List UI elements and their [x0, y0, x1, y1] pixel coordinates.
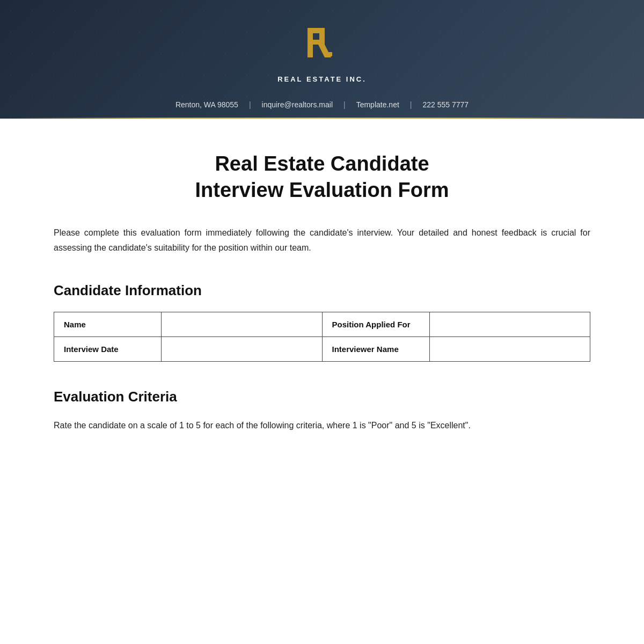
contact-bar: Renton, WA 98055 | inquire@realtors.mail… [11, 92, 633, 109]
gold-divider [11, 118, 633, 119]
logo-container: REAL ESTATE INC. [11, 21, 633, 83]
separator-3: | [410, 100, 412, 109]
evaluation-criteria-heading: Evaluation Criteria [54, 389, 590, 405]
intro-paragraph: Please complete this evaluation form imm… [54, 225, 590, 255]
address-text: Renton, WA 98055 [175, 100, 238, 109]
interviewer-name-label: Interviewer Name [322, 336, 429, 361]
evaluation-description: Rate the candidate on a scale of 1 to 5 … [54, 418, 590, 433]
evaluation-criteria-section: Evaluation Criteria Rate the candidate o… [54, 389, 590, 433]
interview-date-value[interactable] [162, 336, 323, 361]
name-label: Name [54, 312, 162, 336]
phone-text: 222 555 7777 [422, 100, 469, 109]
website-text: Template.net [356, 100, 399, 109]
interviewer-name-value[interactable] [429, 336, 590, 361]
interview-date-label: Interview Date [54, 336, 162, 361]
page-header: REAL ESTATE INC. Renton, WA 98055 | inqu… [0, 0, 644, 119]
company-name-text: REAL ESTATE INC. [277, 75, 367, 83]
candidate-information-heading: Candidate Information [54, 282, 590, 299]
position-label: Position Applied For [322, 312, 429, 336]
candidate-info-table: Name Position Applied For Interview Date… [54, 312, 590, 362]
svg-rect-6 [328, 52, 332, 56]
main-content: Real Estate Candidate Interview Evaluati… [0, 119, 644, 481]
form-title: Real Estate Candidate Interview Evaluati… [54, 151, 590, 204]
separator-2: | [343, 100, 346, 109]
table-row: Name Position Applied For [54, 312, 590, 336]
separator-1: | [249, 100, 251, 109]
svg-rect-4 [319, 28, 325, 45]
position-value[interactable] [429, 312, 590, 336]
table-row: Interview Date Interviewer Name [54, 336, 590, 361]
company-logo [298, 21, 346, 70]
email-text: inquire@realtors.mail [262, 100, 333, 109]
name-value[interactable] [162, 312, 323, 336]
